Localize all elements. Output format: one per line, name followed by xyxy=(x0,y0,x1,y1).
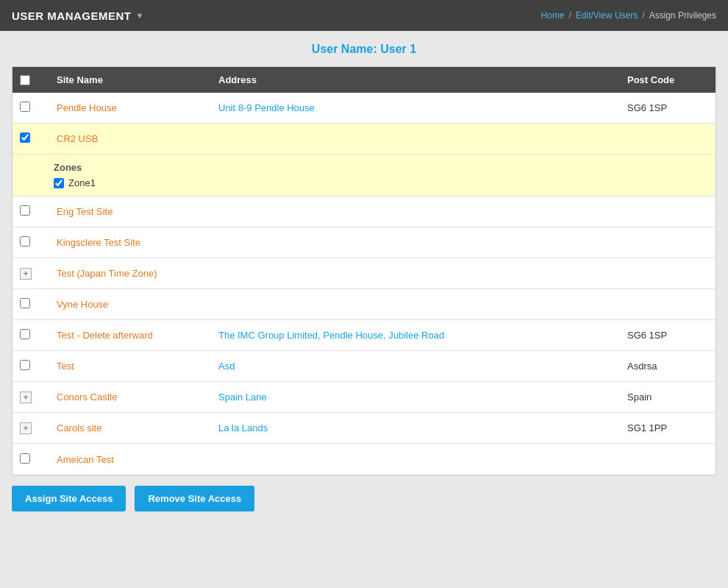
expand-icon[interactable]: + xyxy=(20,268,32,280)
post-code: Asdrsa xyxy=(620,361,715,372)
site-name-link[interactable]: Pendle House xyxy=(57,102,117,113)
address-link[interactable]: Spain Lane xyxy=(218,392,267,403)
breadcrumb-edit-view[interactable]: Edit/View Users xyxy=(576,10,638,21)
row-expand-cell[interactable]: + xyxy=(13,392,49,403)
site-name-link[interactable]: Test - Delete afterward xyxy=(57,330,153,341)
address-link[interactable]: La la Lands xyxy=(218,422,268,433)
zone-name: Zone1 xyxy=(68,177,96,188)
row-checkbox-cell[interactable] xyxy=(13,205,49,218)
table-header: Site Name Address Post Code xyxy=(13,67,715,93)
row-checkbox[interactable] xyxy=(20,205,30,216)
row-checkbox-cell[interactable] xyxy=(13,132,49,145)
post-code: SG6 1SP xyxy=(620,102,715,113)
table-row: Vyne House xyxy=(13,289,715,320)
header-checkbox-cell[interactable] xyxy=(13,75,49,85)
site-name-link[interactable]: Test (Japan Time Zone) xyxy=(57,268,157,279)
col-site-name: Site Name xyxy=(49,74,211,85)
table-row: Test Asd Asdrsa xyxy=(13,351,715,382)
zone-item: Zone1 xyxy=(54,177,704,188)
site-name-link[interactable]: Ameican Test xyxy=(57,454,114,465)
zones-row: Zones Zone1 xyxy=(13,155,715,196)
expand-icon[interactable]: + xyxy=(20,392,32,403)
app-title-area: USER MANAGEMENT ▼ xyxy=(12,10,144,22)
expand-icon[interactable]: + xyxy=(20,422,32,434)
breadcrumb-sep2: / xyxy=(642,10,644,21)
zones-title: Zones xyxy=(54,162,704,173)
breadcrumb: Home / Edit/View Users / Assign Privileg… xyxy=(540,10,716,21)
row-checkbox[interactable] xyxy=(20,298,30,308)
row-checkbox[interactable] xyxy=(20,329,30,339)
row-checkbox[interactable] xyxy=(20,132,30,143)
select-all-checkbox[interactable] xyxy=(20,75,30,85)
site-name-link[interactable]: Kingsclere Test Site xyxy=(57,237,140,248)
row-checkbox-cell[interactable] xyxy=(13,102,49,114)
table-row: Eng Test Site xyxy=(13,196,715,227)
table-row: Ameican Test xyxy=(13,444,715,475)
row-checkbox[interactable] xyxy=(20,360,30,370)
table-row: Test - Delete afterward The IMC Group Li… xyxy=(13,320,715,351)
zone-checkbox[interactable] xyxy=(54,178,64,188)
bottom-bar: Assign Site Access Remove Site Access xyxy=(12,475,716,514)
row-expand-cell[interactable]: + xyxy=(13,268,49,280)
table-row: + Test (Japan Time Zone) xyxy=(13,258,715,289)
site-name-link[interactable]: Eng Test Site xyxy=(57,206,113,217)
address-link[interactable]: Unit 8-9 Pendle House xyxy=(218,102,315,113)
site-name-link[interactable]: CR2 USB xyxy=(57,133,98,144)
site-name-link[interactable]: Vyne House xyxy=(57,299,108,310)
page-title: User Name: User 1 xyxy=(12,43,716,56)
row-checkbox-cell[interactable] xyxy=(13,360,49,372)
col-post-code: Post Code xyxy=(620,74,715,85)
table-row: Pendle House Unit 8-9 Pendle House SG6 1… xyxy=(13,93,715,124)
site-name-link[interactable]: Test xyxy=(57,361,74,372)
dropdown-icon[interactable]: ▼ xyxy=(136,11,144,20)
main-content: User Name: User 1 Site Name Address Post… xyxy=(0,31,728,588)
address-link[interactable]: Asd xyxy=(218,361,235,372)
table-row: + Carols site La la Lands SG1 1PP xyxy=(13,413,715,444)
post-code: Spain xyxy=(620,392,715,403)
address-link[interactable]: The IMC Group Limited, Pendle House, Jub… xyxy=(218,330,444,341)
site-table: Site Name Address Post Code Pendle House… xyxy=(12,66,716,475)
app-title: USER MANAGEMENT xyxy=(12,10,132,22)
remove-site-access-button[interactable]: Remove Site Access xyxy=(135,486,254,511)
breadcrumb-sep1: / xyxy=(568,10,571,21)
row-checkbox-cell[interactable] xyxy=(13,453,49,466)
breadcrumb-home[interactable]: Home xyxy=(540,10,564,21)
table-row: + Conors Castle Spain Lane Spain xyxy=(13,382,715,413)
site-name-link[interactable]: Conors Castle xyxy=(57,392,117,403)
row-checkbox[interactable] xyxy=(20,102,30,112)
row-checkbox-cell[interactable] xyxy=(13,236,49,249)
post-code: SG6 1SP xyxy=(620,330,715,341)
row-expand-cell[interactable]: + xyxy=(13,422,49,434)
col-address: Address xyxy=(211,74,620,85)
row-checkbox[interactable] xyxy=(20,236,30,247)
row-checkbox[interactable] xyxy=(20,453,30,464)
site-name-link[interactable]: Carols site xyxy=(57,422,101,433)
table-row: CR2 USB xyxy=(13,124,715,155)
row-checkbox-cell[interactable] xyxy=(13,298,49,311)
table-row: Kingsclere Test Site xyxy=(13,227,715,258)
top-header: USER MANAGEMENT ▼ Home / Edit/View Users… xyxy=(0,0,728,31)
breadcrumb-current: Assign Privileges xyxy=(649,10,716,21)
assign-site-access-button[interactable]: Assign Site Access xyxy=(12,486,126,511)
post-code: SG1 1PP xyxy=(620,422,715,433)
row-checkbox-cell[interactable] xyxy=(13,329,49,341)
